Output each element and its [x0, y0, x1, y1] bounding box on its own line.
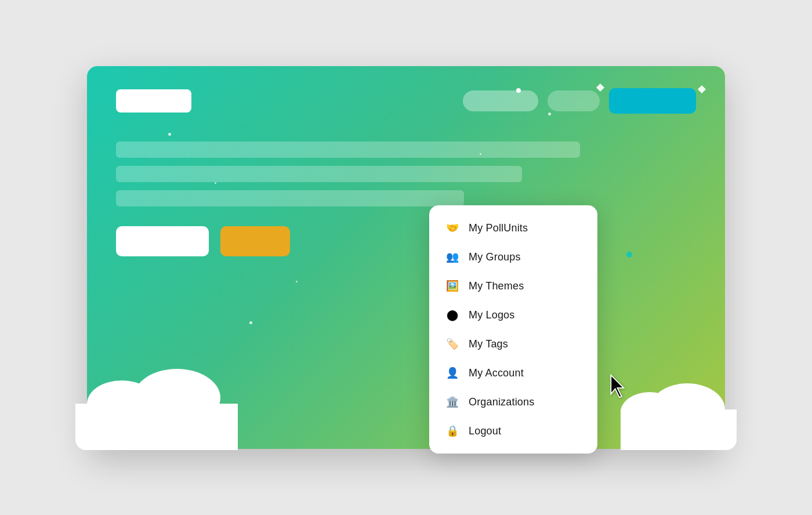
- my-account-label: My Account: [469, 367, 524, 379]
- content-bar-2: [116, 166, 522, 182]
- menu-item-organizations[interactable]: 🏛️Organizations: [429, 387, 597, 416]
- dropdown-menu: 🤝My PollUnits👥My Groups🖼️My Themes⬤My Lo…: [429, 205, 597, 454]
- cloud-right: [621, 409, 737, 450]
- cta-button[interactable]: [609, 88, 696, 114]
- my-pollunits-label: My PollUnits: [469, 222, 528, 234]
- action-btn-yellow[interactable]: [220, 226, 290, 256]
- menu-item-my-tags[interactable]: 🏷️My Tags: [429, 329, 597, 358]
- organizations-label: Organizations: [469, 396, 534, 408]
- nav-pill-dot: [516, 88, 521, 93]
- my-tags-label: My Tags: [469, 338, 508, 350]
- menu-item-my-account[interactable]: 👤My Account: [429, 358, 597, 387]
- action-row: [116, 226, 696, 256]
- my-pollunits-icon: 🤝: [445, 222, 459, 234]
- app-window: 🤝My PollUnits👥My Groups🖼️My Themes⬤My Lo…: [87, 66, 725, 449]
- menu-item-my-pollunits[interactable]: 🤝My PollUnits: [429, 213, 597, 242]
- logout-label: Logout: [469, 425, 501, 437]
- my-groups-label: My Groups: [469, 251, 521, 263]
- my-themes-icon: 🖼️: [445, 280, 459, 292]
- menu-item-my-logos[interactable]: ⬤My Logos: [429, 300, 597, 329]
- content-bar-1: [116, 142, 580, 158]
- my-logos-icon: ⬤: [445, 309, 459, 321]
- menu-item-my-groups[interactable]: 👥My Groups: [429, 242, 597, 271]
- logo: [116, 89, 191, 113]
- my-themes-label: My Themes: [469, 280, 524, 292]
- nav-pill-2[interactable]: [548, 90, 600, 111]
- content-area: [116, 142, 696, 414]
- organizations-icon: 🏛️: [445, 396, 459, 408]
- nav-pill-1[interactable]: [463, 90, 538, 111]
- action-btn-white[interactable]: [116, 226, 209, 256]
- content-bar-3: [116, 190, 464, 206]
- menu-item-logout[interactable]: 🔒Logout: [429, 416, 597, 445]
- top-bar: [87, 88, 725, 114]
- my-account-icon: 👤: [445, 367, 459, 379]
- my-logos-label: My Logos: [469, 309, 514, 321]
- my-groups-icon: 👥: [445, 251, 459, 263]
- deco-dot-1: [168, 133, 171, 136]
- logout-icon: 🔒: [445, 425, 459, 437]
- menu-item-my-themes[interactable]: 🖼️My Themes: [429, 271, 597, 300]
- my-tags-icon: 🏷️: [445, 338, 459, 350]
